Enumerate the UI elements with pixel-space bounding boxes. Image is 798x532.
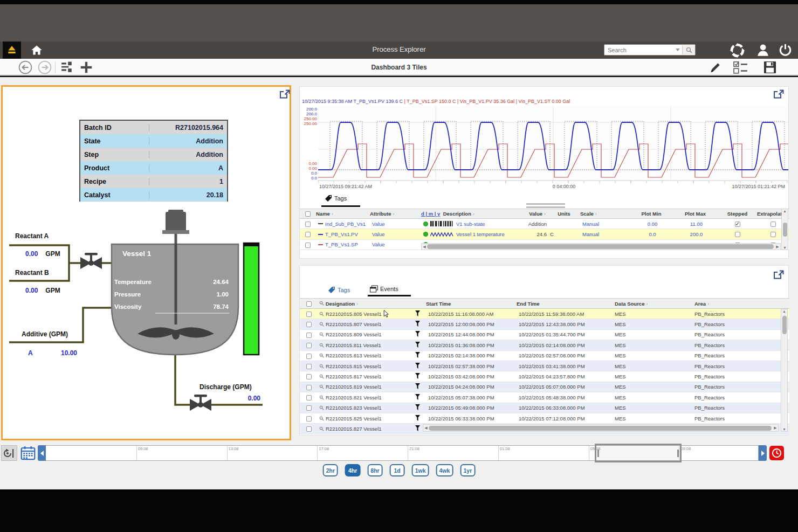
user-button[interactable]: [756, 43, 770, 57]
row-select[interactable]: [300, 220, 316, 226]
event-row[interactable]: R22102015.805 Vessel1 10/22/2015 11:16:0…: [300, 309, 789, 319]
event-row[interactable]: R22102015.825 Vessel1 10/22/2015 06:33:3…: [300, 413, 789, 424]
events-vscroll-thumb[interactable]: [782, 316, 787, 334]
event-filter[interactable]: [415, 363, 426, 370]
jump-to-latest-button[interactable]: [1, 445, 17, 461]
event-filter[interactable]: [415, 352, 426, 359]
row-checkbox[interactable]: [306, 333, 312, 338]
col-data-source[interactable]: Data Source›: [608, 301, 684, 307]
event-filter[interactable]: [415, 394, 426, 401]
row-select[interactable]: [300, 231, 316, 237]
tags-hscroll-thumb[interactable]: [427, 244, 774, 249]
event-row[interactable]: R22102015.821 Vessel1 10/22/2015 05:07:3…: [300, 392, 789, 403]
tab-events[interactable]: Events: [370, 285, 398, 293]
row-select[interactable]: [300, 342, 319, 348]
row-checkbox[interactable]: [305, 232, 311, 237]
edit-button[interactable]: [709, 61, 723, 75]
funnel-icon[interactable]: [415, 383, 420, 389]
scroll-down-arrow[interactable]: ▼: [782, 246, 788, 250]
event-row[interactable]: R22102015.819 Vessel1 10/22/2015 04:24:0…: [300, 382, 789, 392]
header-select-all[interactable]: [300, 300, 319, 306]
range-button-2hr[interactable]: 2hr: [323, 464, 338, 476]
scroll-left-arrow[interactable]: ◀: [422, 245, 427, 249]
col-value[interactable]: Value›: [518, 211, 548, 217]
range-button-8hr[interactable]: 8hr: [367, 464, 382, 476]
tags-hscrollbar[interactable]: ◀ ▶: [421, 243, 781, 250]
scroll-up-arrow[interactable]: ▲: [782, 209, 788, 213]
stepped-checkbox[interactable]: [735, 232, 740, 237]
timeline-left-arrow[interactable]: [38, 445, 46, 461]
row-select[interactable]: [300, 310, 319, 316]
row-select[interactable]: [300, 363, 319, 369]
funnel-icon[interactable]: [415, 394, 420, 400]
row-checkbox[interactable]: [306, 322, 312, 327]
scroll-up-arrow[interactable]: ▲: [782, 309, 787, 313]
row-checkbox[interactable]: [306, 354, 312, 359]
row-checkbox[interactable]: [306, 426, 312, 432]
save-button[interactable]: [763, 60, 778, 75]
row-checkbox[interactable]: [306, 395, 312, 400]
event-row[interactable]: R22102015.811 Vessel1 10/22/2015 01:36:0…: [300, 340, 789, 350]
range-button-1yr[interactable]: 1yr: [460, 464, 475, 476]
row-select[interactable]: [300, 426, 319, 432]
power-button[interactable]: [779, 43, 793, 57]
row-select[interactable]: [300, 374, 319, 379]
tab-tags-trend[interactable]: Tags: [325, 195, 347, 202]
stepped-checkbox[interactable]: [735, 222, 740, 227]
header-select-all[interactable]: [300, 211, 316, 217]
realtime-clock-button[interactable]: [769, 446, 784, 460]
multi-select-button[interactable]: [733, 61, 749, 75]
event-filter[interactable]: [415, 404, 426, 411]
events-hscrollbar[interactable]: ◀ ▶: [423, 424, 779, 432]
col-end-time[interactable]: End Time: [517, 301, 608, 307]
scroll-right-arrow[interactable]: ▶: [773, 426, 778, 430]
window-left-handle[interactable]: [597, 450, 599, 457]
timeline-selection-window[interactable]: [595, 444, 682, 462]
tag-stepped[interactable]: [718, 220, 757, 226]
row-checkbox[interactable]: [306, 385, 312, 390]
scroll-left-arrow[interactable]: ◀: [423, 426, 429, 430]
funnel-icon[interactable]: [415, 425, 420, 431]
row-select[interactable]: [300, 415, 319, 421]
col-description[interactable]: d | m | y Description›: [421, 211, 518, 217]
tags-vscrollbar[interactable]: ▲ ▼: [781, 209, 788, 250]
range-button-1d[interactable]: 1d: [390, 464, 405, 476]
col-name[interactable]: Name›: [316, 211, 370, 217]
funnel-icon[interactable]: [415, 342, 420, 348]
extrapolated-checkbox[interactable]: [771, 222, 776, 227]
funnel-icon[interactable]: [415, 352, 420, 358]
timeline-right-arrow[interactable]: [759, 445, 767, 461]
row-select[interactable]: [300, 384, 319, 390]
row-checkbox[interactable]: [305, 222, 311, 227]
row-select[interactable]: [300, 321, 319, 327]
tab-tags-events[interactable]: Tags: [328, 286, 350, 294]
funnel-icon[interactable]: [415, 363, 420, 369]
col-area[interactable]: Area›: [684, 301, 789, 307]
funnel-icon[interactable]: [415, 331, 420, 337]
event-filter[interactable]: [415, 383, 426, 390]
col-designation[interactable]: Designation›: [319, 301, 415, 307]
event-row[interactable]: R22102015.809 Vessel1 10/22/2015 12:44:0…: [300, 330, 789, 340]
row-select[interactable]: [300, 331, 319, 337]
col-start-time[interactable]: Start Time: [426, 301, 517, 307]
process-graphic-tile[interactable]: Batch ID R27102015.964 State Addition St…: [1, 85, 291, 440]
event-row[interactable]: R22102015.807 Vessel1 10/22/2015 12:00:0…: [300, 319, 789, 329]
event-row[interactable]: R22102015.823 Vessel1 10/22/2015 05:49:0…: [300, 403, 789, 413]
funnel-icon[interactable]: [415, 415, 420, 421]
events-vscrollbar[interactable]: ▲ ▼: [781, 309, 788, 432]
row-checkbox[interactable]: [306, 416, 312, 422]
select-all-checkbox[interactable]: [305, 211, 311, 217]
trend-plot[interactable]: [318, 106, 788, 187]
col-scale[interactable]: Scale›: [580, 211, 630, 217]
funnel-icon[interactable]: [415, 310, 420, 316]
sync-button[interactable]: [730, 43, 745, 57]
funnel-icon[interactable]: [415, 404, 420, 410]
events-tile[interactable]: Tags Events Designation› Start Time End …: [299, 265, 789, 436]
row-checkbox[interactable]: [306, 364, 312, 369]
search-button[interactable]: [682, 45, 695, 54]
row-checkbox[interactable]: [306, 343, 312, 348]
range-button-4hr[interactable]: 4hr: [345, 464, 360, 476]
export-events-button[interactable]: [773, 270, 784, 282]
scroll-down-arrow[interactable]: ▼: [782, 427, 787, 431]
row-checkbox[interactable]: [306, 405, 312, 411]
